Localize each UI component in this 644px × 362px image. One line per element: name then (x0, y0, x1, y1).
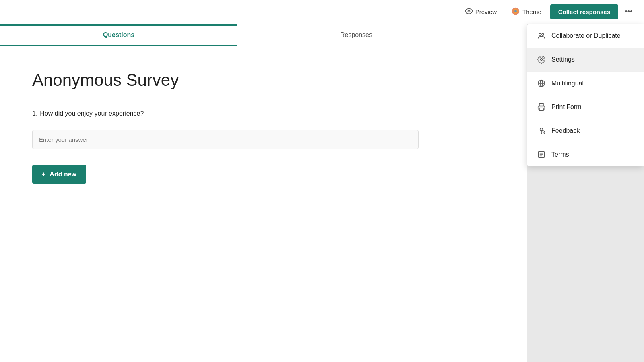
dropdown-item-print-form[interactable]: Print Form (527, 95, 644, 119)
multilingual-label: Multilingual (551, 80, 584, 87)
add-new-button[interactable]: + Add new (32, 165, 86, 184)
collect-responses-label: Collect responses (558, 8, 610, 15)
svg-point-3 (514, 10, 517, 12)
dropdown-item-settings[interactable]: Settings (527, 48, 644, 72)
dropdown-item-collaborate[interactable]: Collaborate or Duplicate (527, 24, 644, 48)
svg-point-4 (539, 33, 541, 35)
print-icon (537, 103, 546, 112)
collaborate-label: Collaborate or Duplicate (551, 32, 621, 39)
more-icon: ••• (625, 8, 633, 16)
svg-point-0 (468, 10, 470, 12)
tab-questions[interactable]: Questions (0, 24, 237, 46)
collect-responses-button[interactable]: Collect responses (550, 4, 618, 19)
multilingual-icon (537, 79, 546, 88)
collaborate-icon (537, 31, 546, 40)
terms-icon (537, 150, 546, 159)
add-new-icon: + (42, 171, 45, 178)
svg-rect-8 (539, 108, 543, 111)
answer-input[interactable] (32, 130, 419, 149)
print-form-label: Print Form (551, 103, 582, 111)
svg-point-6 (541, 59, 543, 61)
theme-label: Theme (522, 8, 541, 15)
dropdown-item-multilingual[interactable]: Multilingual (527, 72, 644, 95)
question-row: 1. How did you enjoy your experience? (32, 110, 612, 124)
preview-button[interactable]: Preview (459, 4, 502, 20)
more-options-button[interactable]: ••• (621, 5, 636, 19)
dropdown-menu: Collaborate or Duplicate Settings Multil… (527, 24, 644, 166)
svg-point-5 (542, 33, 544, 35)
dropdown-item-feedback[interactable]: Feedback (527, 119, 644, 143)
settings-label: Settings (551, 56, 575, 63)
feedback-label: Feedback (551, 127, 580, 134)
survey-title: Anonymous Survey (32, 70, 612, 90)
tab-responses[interactable]: Responses (237, 24, 475, 46)
question-number: 1. (32, 110, 37, 117)
add-new-label: Add new (50, 171, 76, 178)
terms-label: Terms (551, 151, 569, 158)
preview-icon (465, 7, 473, 17)
theme-button[interactable]: Theme (506, 4, 547, 20)
feedback-icon (537, 126, 546, 135)
dropdown-item-terms[interactable]: Terms (527, 143, 644, 166)
preview-label: Preview (475, 8, 497, 15)
settings-icon (537, 55, 546, 64)
header: Preview Theme Collect responses ••• (0, 0, 644, 24)
question-text: How did you enjoy your experience? (40, 110, 144, 117)
progress-bar (0, 24, 237, 26)
theme-icon (511, 7, 520, 17)
